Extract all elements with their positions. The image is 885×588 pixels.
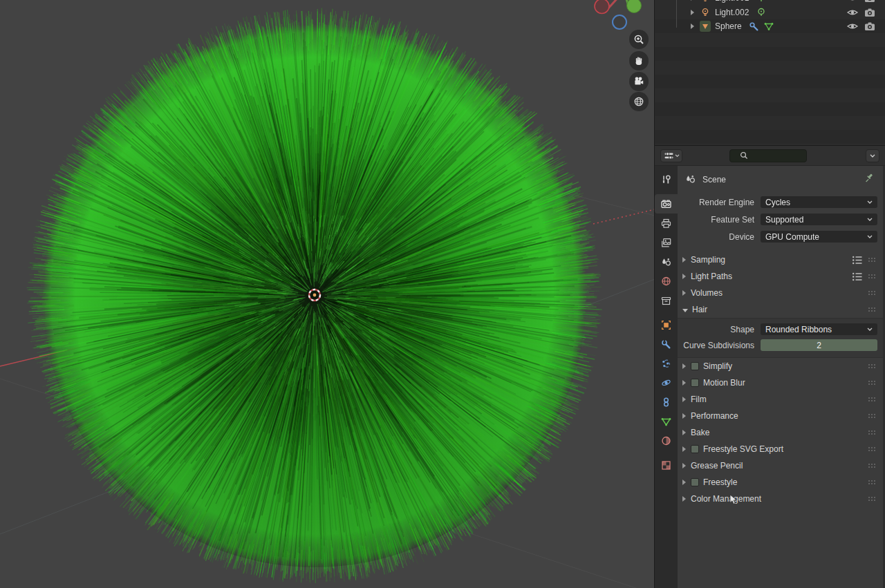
- blender-window: Light.001 Light.002: [0, 0, 885, 588]
- presets-list-icon[interactable]: [852, 255, 862, 265]
- constraints-links-icon: [660, 397, 672, 408]
- tab-material[interactable]: [655, 431, 678, 451]
- section-freestyle-svg-export[interactable]: Freestyle SVG Export: [678, 441, 883, 457]
- field-label: Shape: [678, 325, 761, 334]
- disable-render-camera-icon[interactable]: [864, 0, 875, 3]
- section-grease-pencil[interactable]: Grease Pencil: [678, 457, 883, 474]
- gizmo-y-positive-ball[interactable]: [627, 0, 642, 13]
- hide-eye-icon[interactable]: [847, 0, 858, 2]
- zoom-in-icon: [633, 34, 644, 45]
- pan-hand-icon: [633, 55, 644, 66]
- tab-view-layer[interactable]: [655, 233, 678, 252]
- expand-arrow-icon[interactable]: [691, 0, 694, 1]
- expand-arrow-icon[interactable]: [691, 10, 694, 15]
- render-engine-dropdown[interactable]: Cycles: [761, 196, 877, 208]
- tab-physics[interactable]: [655, 373, 678, 392]
- drag-handle-dots[interactable]: [868, 430, 877, 436]
- object-name[interactable]: Light.001: [715, 0, 749, 3]
- object-name[interactable]: Light.002: [715, 8, 749, 17]
- drag-handle-dots[interactable]: [868, 413, 877, 419]
- editor-type-button[interactable]: [660, 149, 682, 162]
- tab-object-data[interactable]: [655, 412, 678, 431]
- tab-scene[interactable]: [655, 252, 678, 272]
- tab-render[interactable]: [655, 194, 678, 214]
- drag-handle-dots[interactable]: [868, 257, 877, 263]
- pan-button[interactable]: [629, 51, 649, 70]
- hair-sphere-object[interactable]: [0, 0, 655, 588]
- section-film[interactable]: Film: [678, 391, 883, 408]
- section-label: Film: [691, 395, 707, 404]
- object-name[interactable]: Sphere: [715, 21, 742, 31]
- collapse-arrow-icon: [682, 257, 686, 263]
- drag-handle-dots[interactable]: [868, 363, 877, 370]
- tab-output[interactable]: [655, 214, 678, 233]
- tab-constraints[interactable]: [655, 392, 678, 412]
- printer-icon: [660, 218, 672, 229]
- drag-handle-dots[interactable]: [868, 397, 877, 403]
- tab-particles[interactable]: [655, 354, 678, 373]
- hair-shape-dropdown[interactable]: Rounded Ribbons: [761, 323, 877, 335]
- drag-handle-dots[interactable]: [868, 307, 877, 313]
- simplify-checkbox[interactable]: [691, 362, 699, 370]
- search-icon: [740, 151, 748, 160]
- disable-render-camera-icon[interactable]: [864, 21, 875, 31]
- tab-texture[interactable]: [655, 455, 678, 475]
- section-performance[interactable]: Performance: [678, 408, 883, 424]
- freestyle-svg-export-checkbox[interactable]: [691, 445, 699, 453]
- section-hair[interactable]: Hair: [678, 301, 883, 318]
- section-color-management[interactable]: Color Management: [678, 491, 883, 507]
- section-volumes[interactable]: Volumes: [678, 285, 883, 301]
- tab-modifiers[interactable]: [655, 334, 678, 354]
- tab-tool[interactable]: [655, 170, 678, 189]
- viewport-3d[interactable]: [0, 0, 655, 588]
- field-label: Curve Subdivisions: [678, 341, 761, 350]
- outliner-row-light-002[interactable]: Light.002: [655, 6, 885, 19]
- chevron-down-icon: [867, 218, 873, 221]
- drag-handle-dots[interactable]: [868, 290, 877, 296]
- drag-handle-dots[interactable]: [868, 274, 877, 280]
- drag-handle-dots[interactable]: [868, 480, 877, 486]
- drag-handle-dots[interactable]: [868, 380, 877, 386]
- tab-object[interactable]: [655, 315, 678, 334]
- search-input[interactable]: [729, 149, 807, 162]
- orthographic-grid-icon: [633, 96, 644, 107]
- disable-render-camera-icon[interactable]: [864, 8, 875, 17]
- outliner-row-light-001[interactable]: Light.001: [655, 0, 885, 5]
- orthographic-toggle-button[interactable]: [629, 92, 649, 111]
- field-label: Feature Set: [678, 215, 761, 225]
- camera-view-icon: [633, 76, 644, 87]
- section-light-paths[interactable]: Light Paths: [678, 268, 883, 285]
- tab-world[interactable]: [655, 272, 678, 291]
- section-label: Color Management: [691, 494, 761, 504]
- section-label: Simplify: [703, 361, 732, 371]
- section-motion-blur[interactable]: Motion Blur: [678, 374, 883, 391]
- motion-blur-checkbox[interactable]: [691, 379, 699, 387]
- drag-handle-dots[interactable]: [868, 446, 877, 453]
- device-dropdown[interactable]: GPU Compute: [761, 231, 877, 243]
- section-sampling[interactable]: Sampling: [678, 252, 883, 268]
- section-bake[interactable]: Bake: [678, 424, 883, 441]
- header-menu-button[interactable]: [866, 149, 879, 162]
- expand-arrow-icon[interactable]: [691, 23, 694, 29]
- gizmo-x-negative-ball[interactable]: [595, 0, 609, 14]
- navigation-gizmo[interactable]: [591, 0, 655, 35]
- outliner-editor[interactable]: Light.001 Light.002: [655, 0, 885, 146]
- section-freestyle[interactable]: Freestyle: [678, 474, 883, 491]
- hide-eye-icon[interactable]: [847, 22, 858, 30]
- pin-icon[interactable]: [864, 173, 875, 186]
- drag-handle-dots[interactable]: [868, 496, 877, 502]
- tab-collection[interactable]: [655, 291, 678, 310]
- gizmo-z-negative-ball[interactable]: [613, 15, 626, 29]
- freestyle-checkbox[interactable]: [691, 478, 699, 486]
- feature-set-dropdown[interactable]: Supported: [761, 214, 877, 225]
- camera-view-button[interactable]: [629, 72, 649, 91]
- collapse-arrow-icon: [682, 463, 686, 468]
- zoom-button[interactable]: [629, 30, 649, 49]
- presets-list-icon[interactable]: [852, 272, 862, 282]
- drag-handle-dots[interactable]: [868, 463, 877, 469]
- curve-subdivisions-slider[interactable]: 2: [761, 339, 877, 351]
- light-object-icon: [700, 7, 711, 18]
- outliner-row-sphere[interactable]: Sphere: [655, 19, 885, 33]
- hide-eye-icon[interactable]: [847, 8, 858, 17]
- section-simplify[interactable]: Simplify: [678, 358, 883, 374]
